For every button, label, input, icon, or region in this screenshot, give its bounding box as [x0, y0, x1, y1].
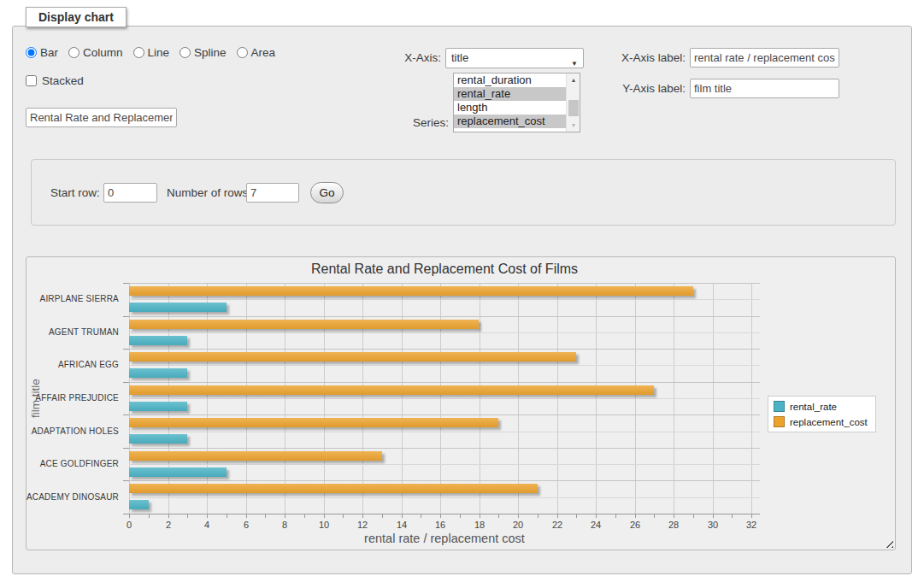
- x-axis-tick: [227, 514, 227, 518]
- chart-type-radio-label: Column: [83, 46, 123, 59]
- y-axis-label-label: Y-Axis label:: [615, 79, 686, 99]
- series-scrollbar[interactable]: ▲ ▼: [566, 73, 580, 132]
- x-axis-tick: [343, 514, 344, 518]
- chart-type-radio-line[interactable]: [133, 47, 144, 58]
- x-tick-label: 20: [505, 520, 531, 530]
- number-of-rows-label: Number of rows:: [167, 183, 251, 203]
- stacked-checkbox[interactable]: [26, 75, 37, 86]
- y-axis-tick: [123, 283, 129, 284]
- chart-title-input[interactable]: [26, 108, 177, 127]
- chart-type-radio-area[interactable]: [237, 47, 248, 58]
- x-tick-label: 14: [389, 520, 415, 530]
- x-axis-tick: [460, 514, 461, 518]
- x-axis-select-value: title: [451, 51, 468, 64]
- x-axis-tick: [751, 514, 752, 518]
- x-tick-label: 10: [311, 520, 337, 530]
- x-axis-tick: [207, 514, 208, 518]
- x-axis-tick: [693, 514, 694, 518]
- x-axis-tick: [402, 514, 403, 518]
- legend-item-replacement_cost[interactable]: replacement_cost: [774, 416, 868, 427]
- x-axis-tick: [421, 514, 421, 518]
- go-button[interactable]: Go: [310, 182, 344, 203]
- series-option-rental_duration[interactable]: rental_duration: [454, 73, 580, 87]
- x-axis-tick: [265, 514, 266, 518]
- category-label: AGENT TRUMAN: [49, 327, 119, 337]
- x-axis-label-label: X-Axis label:: [615, 48, 686, 68]
- series-option-rental_rate[interactable]: rental_rate: [454, 87, 580, 101]
- category-label: AFRICAN EGG: [58, 360, 119, 369]
- horizontal-gridline: [129, 283, 760, 284]
- chart-type-radio-label: Line: [148, 46, 170, 59]
- y-axis-tick: [123, 480, 129, 481]
- resize-grip-icon[interactable]: [884, 538, 893, 548]
- x-tick-label: 30: [700, 520, 726, 530]
- y-axis-title: film title: [29, 313, 44, 484]
- x-axis-tick: [480, 514, 480, 518]
- bar-rental_rate: [129, 336, 187, 345]
- chart-type-option-bar: Bar: [26, 46, 58, 59]
- x-tick-label: 22: [544, 520, 570, 530]
- start-row-input[interactable]: [103, 183, 157, 203]
- x-tick-label: 16: [427, 520, 453, 530]
- x-axis-tick: [498, 514, 499, 518]
- x-axis-select[interactable]: title ▼: [445, 48, 584, 68]
- x-tick-label: 32: [739, 520, 764, 530]
- x-axis-tick: [596, 514, 597, 518]
- x-tick-label: 18: [467, 520, 492, 530]
- x-axis-tick: [538, 514, 539, 518]
- horizontal-gridline: [129, 382, 760, 383]
- x-tick-label: 4: [194, 520, 220, 530]
- horizontal-gridline: [129, 448, 760, 449]
- legend-swatch: [774, 401, 785, 412]
- series-multiselect[interactable]: rental_durationrental_ratelengthreplacem…: [453, 73, 580, 132]
- number-of-rows-input[interactable]: [246, 183, 299, 203]
- chevron-down-icon: ▼: [571, 55, 578, 73]
- bar-replacement_cost: [129, 320, 479, 329]
- chart-type-radio-spline[interactable]: [180, 47, 191, 58]
- y-axis-label-input[interactable]: [690, 79, 839, 98]
- x-axis-title: rental rate / replacement cost: [129, 532, 760, 545]
- horizontal-gridline-mid: [129, 497, 760, 498]
- display-chart-page: Display chart BarColumnLineSplineArea St…: [0, 0, 924, 582]
- horizontal-gridline-mid: [129, 365, 760, 366]
- horizontal-gridline-mid: [129, 398, 760, 399]
- category-label: ADAPTATION HOLES: [32, 426, 119, 436]
- chart-type-option-column: Column: [68, 46, 123, 59]
- chart-title: Rental Rate and Replacement Cost of Film…: [129, 262, 760, 277]
- legend-item-rental_rate[interactable]: rental_rate: [774, 401, 868, 412]
- horizontal-gridline: [129, 414, 760, 415]
- scroll-up-icon[interactable]: ▲: [567, 73, 580, 86]
- x-axis-tick: [168, 514, 169, 518]
- y-axis-tick: [123, 382, 129, 383]
- bar-rental_rate: [129, 368, 187, 378]
- series-select-label: Series:: [409, 113, 449, 133]
- chart-type-radio-bar[interactable]: [26, 47, 37, 58]
- x-axis-tick: [382, 514, 383, 518]
- x-tick-label: 12: [350, 520, 375, 530]
- horizontal-gridline-mid: [129, 432, 760, 432]
- y-axis-tick: [123, 349, 129, 350]
- x-axis-label-input[interactable]: [690, 48, 839, 68]
- scrollbar-thumb[interactable]: [568, 100, 579, 116]
- bar-replacement_cost: [129, 484, 538, 493]
- chart-type-radio-column[interactable]: [68, 47, 79, 58]
- x-tick-label: 24: [583, 520, 609, 530]
- x-axis-tick: [440, 514, 441, 518]
- legend-label: replacement_cost: [790, 417, 868, 427]
- scroll-down-icon[interactable]: ▼: [567, 119, 580, 132]
- category-label: AFFAIR PREJUDICE: [35, 393, 119, 403]
- x-axis-tick: [635, 514, 636, 518]
- chart-type-option-area: Area: [237, 46, 276, 59]
- x-axis-tick: [149, 514, 150, 518]
- stacked-row: Stacked: [26, 74, 84, 87]
- series-option-length[interactable]: length: [454, 101, 580, 115]
- bar-rental_rate: [129, 303, 227, 312]
- bar-rental_rate: [129, 402, 187, 411]
- series-option-replacement_cost[interactable]: replacement_cost: [454, 115, 580, 128]
- x-axis-tick: [187, 514, 188, 518]
- horizontal-gridline-mid: [129, 464, 760, 465]
- chart-container: Rental Rate and Replacement Cost of Film…: [26, 256, 896, 550]
- x-axis-tick: [732, 514, 733, 518]
- horizontal-gridline: [129, 480, 760, 481]
- chart-plot: [129, 283, 760, 514]
